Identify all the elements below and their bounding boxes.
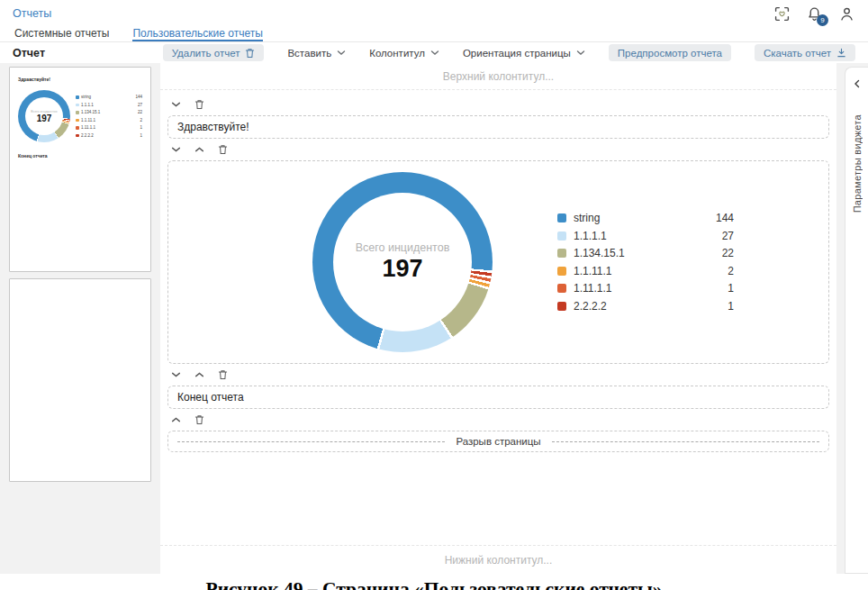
donut-chart: Всего инцидентов 197 (312, 172, 493, 352)
page-thumbnail-1[interactable]: Здравствуйте! Всего инцидентов 197 strin… (9, 67, 151, 272)
delete-report-button[interactable]: Удалить отчет (163, 44, 265, 61)
legend-color-chip (557, 231, 566, 241)
header-footer-label: Колонтитул (369, 48, 425, 59)
move-down-icon[interactable] (169, 98, 182, 111)
bell-icon[interactable]: 9 (805, 5, 823, 23)
trash-icon[interactable] (193, 413, 205, 426)
report-toolbar: Отчет Удалить отчет Вставить Колонтитул (0, 42, 868, 63)
report-canvas: Верхний колонтитул... Здравствуйте! (160, 63, 836, 574)
breadcrumb[interactable]: Отчеты (13, 7, 51, 20)
widget-params-title: Параметры виджета (852, 114, 863, 213)
chart-widget[interactable]: Всего инцидентов 197 string1441.1.1.1271… (167, 160, 829, 364)
legend-value: 144 (135, 95, 142, 99)
trash-icon[interactable] (216, 368, 229, 381)
legend-color-chip (557, 302, 566, 311)
legend-label: 1.134.15.1 (574, 247, 625, 259)
legend-value: 144 (716, 212, 734, 224)
move-up-icon[interactable] (169, 413, 182, 426)
download-icon (836, 48, 846, 58)
legend-value: 1 (140, 133, 142, 138)
legend-value: 27 (722, 230, 734, 242)
legend-value: 2 (140, 118, 142, 123)
page-break-widget[interactable]: Разрыв страницы (167, 431, 829, 452)
page-orientation-label: Ориентация страницы (463, 48, 571, 59)
legend-color-chip (76, 111, 79, 114)
legend-color-chip (76, 134, 79, 138)
user-icon[interactable] (837, 5, 855, 23)
legend-item: 2.2.2.21 (557, 297, 734, 315)
top-bar: Отчеты 9 (0, 0, 868, 27)
widget-params-panel: Параметры виджета (845, 67, 868, 574)
chart-center-label: Всего инцидентов (356, 241, 450, 254)
legend-item: 1.1.1.127 (557, 227, 734, 245)
legend-value: 1 (728, 300, 734, 313)
widget-controls-pagebreak (169, 413, 829, 427)
widget-controls-chart (169, 142, 829, 157)
legend-item: 1.11.1.11 (76, 124, 142, 132)
footer-placeholder[interactable]: Нижний колонтитул... (160, 545, 836, 574)
scan-icon[interactable] (773, 5, 791, 23)
mini-greeting-text: Здравствуйте! (18, 77, 142, 82)
download-report-button[interactable]: Скачать отчет (755, 44, 855, 61)
right-gutter: Параметры виджета (836, 63, 868, 574)
widget-controls-greeting (169, 97, 829, 112)
legend-color-chip (557, 284, 566, 293)
preview-report-label: Предпросмотр отчета (618, 48, 722, 59)
header-footer-dropdown[interactable]: Колонтитул (369, 48, 439, 59)
legend-color-chip (557, 249, 566, 258)
page-thumbnail-2[interactable] (9, 278, 151, 482)
tab-bar: Системные отчеты Пользовательские отчеты (0, 27, 868, 42)
legend-item: 1.1.11.12 (76, 116, 142, 124)
mini-end-text: Конец отчета (18, 153, 142, 159)
legend-value: 1 (140, 125, 142, 130)
content-area: Здравствуйте! Всего инцидентов 197 strin… (0, 63, 868, 574)
legend-label: 1.11.1.1 (574, 282, 611, 295)
chevron-down-icon (337, 50, 346, 56)
page-break-label: Разрыв страницы (445, 436, 551, 447)
chevron-left-icon[interactable] (850, 77, 864, 91)
mini-donut-chart: Всего инцидентов 197 (18, 90, 70, 142)
text-widget-greeting[interactable]: Здравствуйте! (167, 115, 829, 139)
legend-item: 1.134.15.122 (557, 245, 734, 263)
trash-icon (245, 48, 255, 59)
legend-item: 1.11.1.11 (557, 280, 734, 298)
move-up-icon[interactable] (193, 143, 205, 156)
header-placeholder[interactable]: Верхний колонтитул... (160, 63, 836, 90)
legend-value: 22 (138, 110, 142, 114)
move-down-icon[interactable] (169, 368, 182, 381)
trash-icon[interactable] (216, 143, 229, 156)
mini-chart-center-value: 197 (37, 113, 52, 123)
preview-report-button[interactable]: Предпросмотр отчета (609, 44, 731, 61)
legend-item: 2.2.2.21 (76, 132, 142, 140)
trash-icon[interactable] (193, 98, 205, 111)
insert-dropdown[interactable]: Вставить (287, 48, 346, 59)
page-orientation-dropdown[interactable]: Ориентация страницы (463, 48, 585, 59)
legend-value: 22 (722, 247, 734, 259)
legend-color-chip (76, 126, 79, 130)
legend-color-chip (557, 267, 566, 276)
legend-value: 2 (728, 265, 734, 277)
legend-label: 1.1.11.1 (574, 265, 611, 277)
page-break-line (552, 441, 819, 442)
chevron-down-icon (430, 50, 439, 56)
legend-label: 1.11.1.1 (81, 125, 95, 130)
page-break-line (177, 441, 445, 442)
tab-user-reports[interactable]: Пользовательские отчеты (132, 27, 262, 41)
text-widget-end[interactable]: Конец отчета (167, 386, 829, 409)
legend-label: 1.1.1.1 (81, 103, 94, 107)
legend-label: 2.2.2.2 (81, 133, 94, 138)
legend-value: 27 (138, 103, 142, 107)
page-thumbnails-sidebar: Здравствуйте! Всего инцидентов 197 strin… (0, 63, 160, 574)
tab-system-reports[interactable]: Системные отчеты (14, 27, 109, 41)
legend-label: string (81, 95, 91, 99)
legend-item: 1.1.11.12 (557, 262, 734, 280)
app-screen: Отчеты 9 (0, 0, 868, 590)
legend-label: 2.2.2.2 (574, 300, 607, 313)
page-title: Отчет (13, 47, 45, 59)
move-up-icon[interactable] (193, 368, 205, 381)
move-down-icon[interactable] (169, 143, 182, 156)
chart-legend: string1441.1.1.1271.134.15.1221.1.11.121… (557, 210, 734, 315)
legend-item: string144 (76, 94, 142, 102)
legend-label: 1.1.11.1 (81, 118, 95, 123)
mini-chart-legend: string1441.1.1.1271.134.15.1221.1.11.121… (76, 94, 142, 140)
